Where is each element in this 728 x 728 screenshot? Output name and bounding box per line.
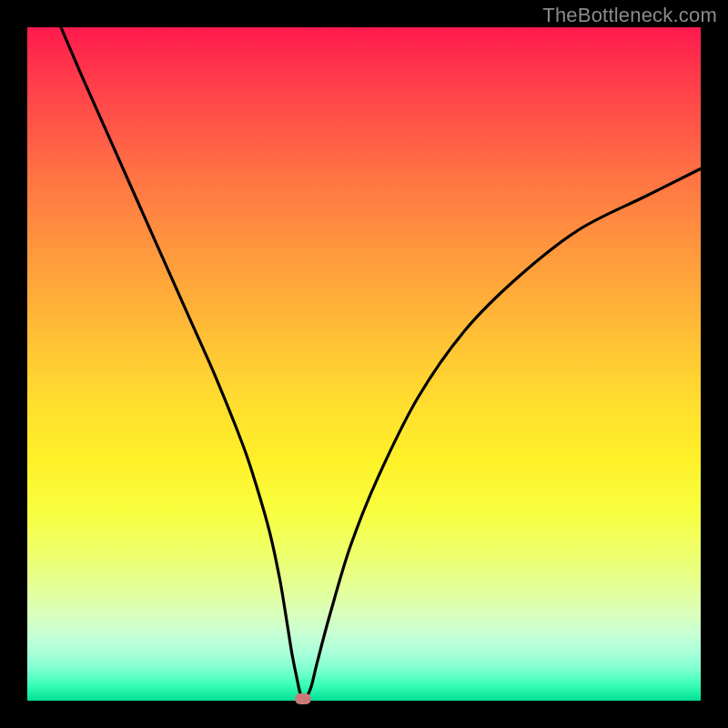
minimum-marker [295, 693, 311, 704]
bottleneck-curve [27, 27, 701, 701]
plot-area [27, 27, 701, 701]
chart-frame: TheBottleneck.com [0, 0, 728, 728]
watermark-text: TheBottleneck.com [542, 4, 717, 27]
curve-path [61, 27, 701, 699]
